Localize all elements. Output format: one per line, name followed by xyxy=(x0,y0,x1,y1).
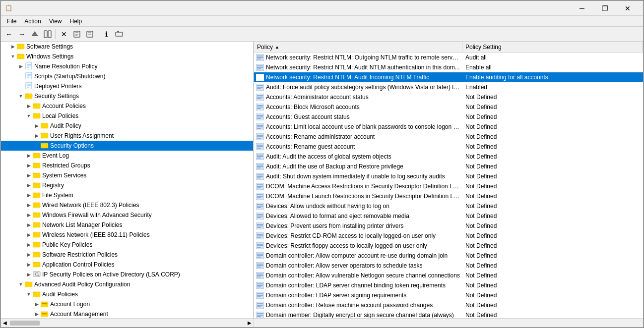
list-row[interactable]: Domain member: Digitally encrypt or sign… xyxy=(254,310,643,318)
tree-item-software-settings[interactable]: ▶Software Settings xyxy=(1,42,253,52)
list-row[interactable]: Accounts: Guest account statusNot Define… xyxy=(254,112,643,122)
list-row[interactable]: Network security: Restrict NTLM: Audit N… xyxy=(254,62,643,72)
list-row[interactable]: Domain controller: LDAP server signing r… xyxy=(254,290,643,300)
list-row[interactable]: Accounts: Rename guest accountNot Define… xyxy=(254,142,643,152)
list-row[interactable]: Accounts: Block Microsoft accountsNot De… xyxy=(254,102,643,112)
column-header-setting[interactable]: Policy Setting xyxy=(462,42,643,53)
extra-button[interactable] xyxy=(113,28,125,40)
tree-item-scripts[interactable]: Scripts (Startup/Shutdown) xyxy=(1,71,253,81)
export-button[interactable] xyxy=(84,28,96,40)
left-pane[interactable]: ▶Software Settings▼Windows Settings▶Name… xyxy=(1,42,254,318)
expander-icon: ▶ xyxy=(25,201,33,209)
expander-icon: ▶ xyxy=(25,102,33,110)
tree-label: Restricted Groups xyxy=(42,162,90,169)
list-row[interactable]: Devices: Restrict floppy access to local… xyxy=(254,241,643,251)
list-row[interactable]: Devices: Prevent users from installing p… xyxy=(254,221,643,231)
tree-item-security-settings[interactable]: ▼Security Settings xyxy=(1,91,253,101)
tree-item-deployed-printers[interactable]: Deployed Printers xyxy=(1,81,253,91)
column-header-policy[interactable]: Policy ▲ xyxy=(254,42,462,53)
forward-button[interactable]: → xyxy=(16,28,28,40)
policy-text: Audit: Force audit policy subcategory se… xyxy=(266,84,460,91)
list-row[interactable]: Domain controller: Refuse machine accoun… xyxy=(254,300,643,310)
tree-item-security-options[interactable]: Security Options xyxy=(1,141,253,151)
list-row[interactable]: Audit: Shut down system immediately if u… xyxy=(254,171,643,181)
tree-item-wireless-network[interactable]: ▶Wireless Network (IEEE 802.11) Policies xyxy=(1,230,253,240)
expander-icon: ▶ xyxy=(33,132,41,140)
list-row[interactable]: Domain controller: Allow computer accoun… xyxy=(254,251,643,261)
scroll-left-btn[interactable]: ◀ xyxy=(1,319,9,327)
setting-text: Not Defined xyxy=(462,183,643,190)
tree-item-windows-settings[interactable]: ▼Windows Settings xyxy=(1,52,253,61)
list-row[interactable]: Accounts: Administrator account statusNo… xyxy=(254,92,643,102)
svg-rect-18 xyxy=(17,55,24,59)
list-row[interactable]: Domain controller: Allow server operator… xyxy=(254,261,643,271)
folder-icon xyxy=(33,251,41,259)
menu-view[interactable]: View xyxy=(45,17,66,26)
h-scroll-thumb[interactable] xyxy=(10,321,40,326)
list-row[interactable]: Domain controller: LDAP server channel b… xyxy=(254,280,643,290)
tree-item-software-restriction[interactable]: ▶Software Restriction Policies xyxy=(1,250,253,260)
scroll-right-btn[interactable]: ▶ xyxy=(246,319,254,327)
h-scroll-track[interactable] xyxy=(9,319,246,327)
tree-item-local-policies[interactable]: ▼Local Policies xyxy=(1,111,253,121)
show-hide-button[interactable] xyxy=(42,28,54,40)
sort-icon: ▲ xyxy=(275,45,279,50)
policy-list[interactable]: Network security: Restrict NTLM: Outgoin… xyxy=(254,53,643,318)
list-row[interactable]: Audit: Audit the access of global system… xyxy=(254,152,643,162)
close-button[interactable]: ✕ xyxy=(616,1,639,16)
properties-button[interactable] xyxy=(71,28,83,40)
minimize-button[interactable]: ─ xyxy=(571,1,593,16)
list-row[interactable]: DCOM: Machine Access Restrictions in Sec… xyxy=(254,181,643,191)
list-row[interactable]: Devices: Allowed to format and eject rem… xyxy=(254,211,643,221)
tree-item-name-resolution[interactable]: ▶Name Resolution Policy xyxy=(1,61,253,71)
list-row[interactable]: Devices: Restrict CD-ROM access to local… xyxy=(254,231,643,241)
maximize-button[interactable]: ❐ xyxy=(593,1,616,16)
tree-item-wired-network[interactable]: ▶Wired Network (IEEE 802.3) Policies xyxy=(1,200,253,210)
setting-text: Audit all xyxy=(462,54,643,61)
tree-item-event-log[interactable]: ▶Event Log xyxy=(1,151,253,161)
setting-text: Not Defined xyxy=(462,252,643,259)
tree-item-audit-policies[interactable]: ▼Audit Policies xyxy=(1,289,253,299)
help-button[interactable]: ℹ xyxy=(100,28,112,40)
svg-rect-81 xyxy=(33,253,40,257)
menu-file[interactable]: File xyxy=(3,17,20,26)
list-row[interactable]: Devices: Allow undock without having to … xyxy=(254,201,643,211)
setting-text: Not Defined xyxy=(462,143,643,150)
list-row[interactable]: Network security: Restrict NTLM: Outgoin… xyxy=(254,53,643,62)
tree-item-account-management[interactable]: ▶Account Management xyxy=(1,309,253,318)
tree-item-restricted-groups[interactable]: ▶Restricted Groups xyxy=(1,161,253,170)
policy-text: Network security: Restrict NTLM: Outgoin… xyxy=(266,54,460,61)
folder-icon xyxy=(25,280,33,288)
tree-item-account-logon[interactable]: ▶Account Logon xyxy=(1,299,253,309)
tree-item-windows-firewall[interactable]: ▶Windows Firewall with Advanced Security xyxy=(1,210,253,220)
list-row[interactable]: DCOM: Machine Launch Restrictions in Sec… xyxy=(254,191,643,201)
tree-item-system-services[interactable]: ▶System Services xyxy=(1,170,253,180)
menu-action[interactable]: Action xyxy=(20,17,45,26)
left-scrollbar[interactable]: ◀ ▶ xyxy=(1,319,254,327)
tree-item-audit-policy[interactable]: ▶Audit Policy xyxy=(1,121,253,131)
list-row[interactable]: Audit: Force audit policy subcategory se… xyxy=(254,82,643,92)
list-row[interactable]: Network security: Restrict NTLM: Audit I… xyxy=(254,72,643,82)
policy-icon xyxy=(256,242,264,249)
tree-item-public-key[interactable]: ▶Public Key Policies xyxy=(1,240,253,250)
tree-label: Local Policies xyxy=(42,112,78,119)
list-row[interactable]: Accounts: Limit local account use of bla… xyxy=(254,122,643,132)
tree-item-ip-security[interactable]: ▶IP Security Policies on Active Director… xyxy=(1,270,253,279)
tree-item-advanced-audit[interactable]: ▼Advanced Audit Policy Configuration xyxy=(1,279,253,289)
list-row[interactable]: Domain controller: Allow vulnerable Netl… xyxy=(254,271,643,280)
back-button[interactable]: ← xyxy=(3,28,15,40)
tree-item-network-list[interactable]: ▶Network List Manager Policies xyxy=(1,220,253,230)
svg-rect-57 xyxy=(33,174,40,178)
menu-help[interactable]: Help xyxy=(66,17,86,26)
setting-col-label: Policy Setting xyxy=(465,44,502,51)
tree-item-user-rights[interactable]: ▶User Rights Assignment xyxy=(1,131,253,141)
tree-item-registry[interactable]: ▶Registry xyxy=(1,180,253,190)
list-row[interactable]: Audit: Audit the use of Backup and Resto… xyxy=(254,162,643,171)
tree-item-file-system[interactable]: ▶File System xyxy=(1,190,253,200)
setting-text: Not Defined xyxy=(462,292,643,299)
delete-button[interactable]: ✕ xyxy=(58,28,70,40)
up-button[interactable] xyxy=(29,28,41,40)
list-row[interactable]: Accounts: Rename administrator accountNo… xyxy=(254,132,643,142)
tree-item-application-control[interactable]: ▶Application Control Policies xyxy=(1,260,253,270)
tree-item-account-policies[interactable]: ▶Account Policies xyxy=(1,101,253,111)
